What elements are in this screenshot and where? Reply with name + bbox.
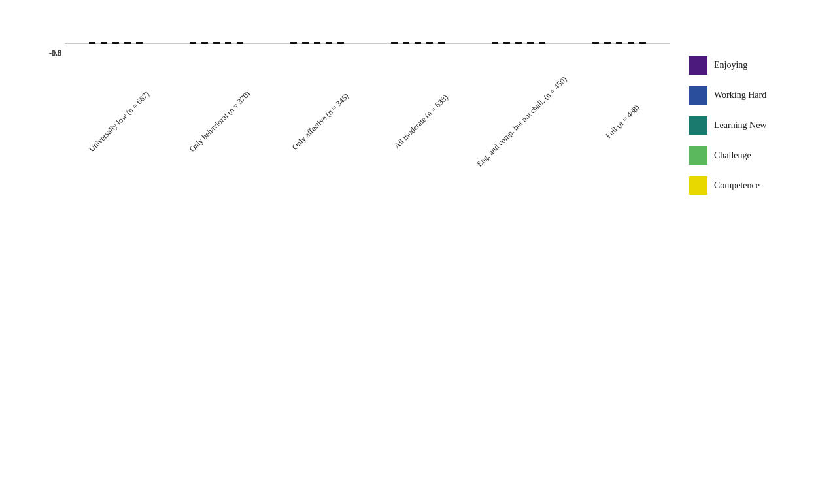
y-tick-label: -1.0 [49,48,65,58]
chart-container: 1.00.50.0-0.5-1.0Universally low (n = 66… [16,17,800,488]
grid-line [65,43,670,44]
legend: EnjoyingWorking HardLearning NewChalleng… [676,30,794,195]
legend-item: Enjoying [689,56,794,75]
legend-item: Learning New [689,116,794,135]
x-axis-label: Only affective (n = 345) [290,91,351,152]
x-axis-label: Universally low (n = 667) [87,89,152,154]
x-axis-label: Eng. and comp. but not chall. (n = 450) [475,75,569,169]
legend-label: Enjoying [714,60,747,71]
plot-area: 1.00.50.0-0.5-1.0Universally low (n = 66… [65,43,670,44]
legend-item: Competence [689,176,794,195]
legend-label: Working Hard [714,90,766,101]
legend-color-box [689,176,707,195]
legend-item: Working Hard [689,86,794,105]
x-axis-label: All moderate (n = 638) [392,92,450,150]
chart-area: 1.00.50.0-0.5-1.0Universally low (n = 66… [29,30,676,475]
legend-label: Challenge [714,150,751,161]
legend-item: Challenge [689,146,794,165]
x-axis-label: Full (n = 488) [604,103,641,141]
legend-label: Competence [714,180,760,191]
legend-color-box [689,146,707,165]
legend-color-box [689,116,707,135]
x-axis-label: Only behavioral (n = 370) [188,89,252,154]
legend-color-box [689,56,707,75]
legend-color-box [689,86,707,105]
legend-label: Learning New [714,120,766,131]
